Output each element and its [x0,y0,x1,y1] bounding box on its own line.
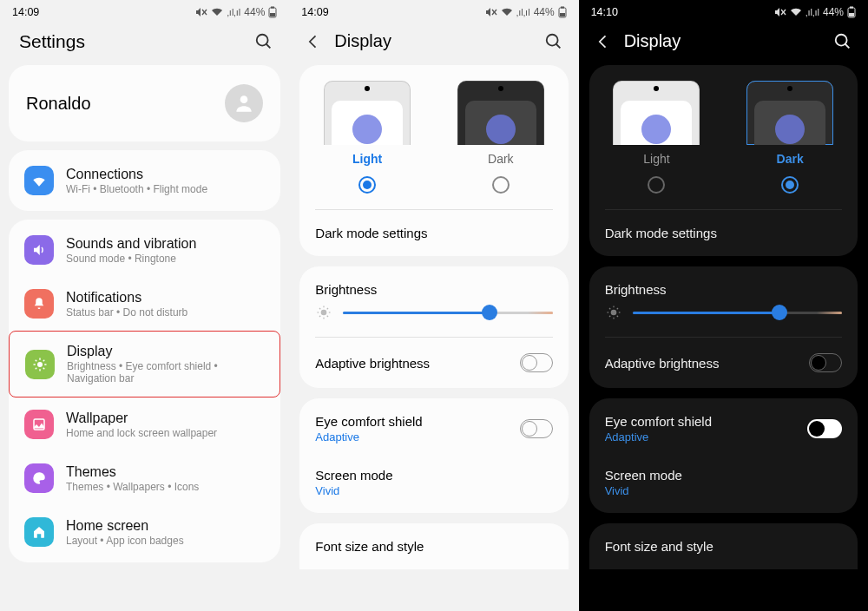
item-homescreen[interactable]: Home screenLayout • App icon badges [9,505,280,559]
settings-header: Settings [0,24,289,61]
svg-line-24 [556,43,560,48]
item-wallpaper[interactable]: WallpaperHome and lock screen wallpaper [9,397,280,451]
settings-group-1: ConnectionsWi-Fi • Bluetooth • Flight mo… [9,150,280,211]
radio-light[interactable] [358,176,376,194]
svg-rect-3 [271,7,274,9]
back-button[interactable] [595,33,612,50]
sun-icon [25,350,55,379]
home-icon [24,517,54,547]
theme-option-dark[interactable]: Dark [438,81,563,200]
item-themes[interactable]: ThemesThemes • Wallpapers • Icons [9,451,280,505]
profile-card[interactable]: Ronaldo [9,65,280,141]
wifi-icon [211,7,223,17]
screen-mode-row[interactable]: Screen mode Vivid [589,456,858,509]
svg-point-8 [37,362,43,367]
mute-icon [195,7,207,17]
theme-card: Light Dark Dark mode settings [299,65,568,256]
svg-rect-21 [561,7,564,9]
radio-light[interactable] [648,176,665,194]
svg-line-48 [609,316,610,317]
brightness-slider[interactable] [343,304,552,321]
eye-comfort-toggle[interactable] [520,419,553,438]
eye-comfort-row[interactable]: Eye comfort shield Adaptive [299,402,568,456]
dark-mode-settings-link[interactable]: Dark mode settings [299,214,568,253]
svg-line-47 [616,316,617,317]
status-time: 14:10 [591,6,618,18]
light-preview [324,81,411,145]
svg-line-13 [36,359,37,361]
svg-line-32 [319,316,320,317]
status-time: 14:09 [12,6,39,18]
svg-line-31 [327,316,328,317]
display-header: Display [579,24,868,60]
eye-comfort-row[interactable]: Eye comfort shield Adaptive [589,402,858,456]
comfort-card: Eye comfort shield Adaptive Screen mode … [299,398,568,513]
battery-pct: 44% [534,6,555,18]
item-display[interactable]: DisplayBrightness • Eye comfort shield •… [9,331,280,397]
dark-mode-settings-link[interactable]: Dark mode settings [589,214,858,253]
signal-icon: ‚ıl‚ıl [806,7,819,17]
theme-card: Light Dark Dark mode settings [589,65,858,256]
brightness-card: Brightness Adaptive brightness [299,266,568,388]
font-card: Font size and style [299,523,568,569]
eye-comfort-toggle[interactable] [807,419,842,438]
search-icon[interactable] [544,32,563,51]
battery-pct: 44% [244,6,265,18]
status-time: 14:09 [301,6,328,18]
svg-point-25 [321,310,327,316]
svg-point-5 [257,35,268,46]
svg-rect-37 [850,7,853,9]
svg-line-15 [36,367,37,369]
comfort-card: Eye comfort shield Adaptive Screen mode … [589,398,858,513]
brightness-slider[interactable] [633,304,842,321]
image-icon [24,410,54,439]
wifi-icon [501,7,513,17]
screen-mode-row[interactable]: Screen mode Vivid [299,456,568,509]
svg-line-40 [845,43,850,48]
svg-point-41 [610,310,616,316]
adaptive-brightness-row[interactable]: Adaptive brightness [589,341,858,384]
brightness-label: Brightness [299,270,568,300]
bell-icon [24,289,54,319]
font-row[interactable]: Font size and style [299,527,568,566]
theme-option-light[interactable]: Light [595,81,720,200]
item-notifications[interactable]: NotificationsStatus bar • Do not disturb [9,277,280,331]
mute-icon [774,7,786,17]
dark-preview [746,81,833,145]
font-row[interactable]: Font size and style [589,527,858,566]
battery-icon [847,6,856,18]
search-icon[interactable] [254,32,273,51]
adaptive-brightness-row[interactable]: Adaptive brightness [299,341,568,384]
svg-line-46 [609,308,610,309]
theme-option-dark[interactable]: Dark [727,81,852,200]
status-bar: 14:09 ‚ıl‚ıl 44% [289,0,578,24]
wifi-icon [24,166,54,195]
battery-icon [558,6,567,18]
theme-option-light[interactable]: Light [305,81,430,200]
adaptive-brightness-toggle[interactable] [809,353,842,372]
svg-line-30 [319,308,320,309]
item-sounds[interactable]: Sounds and vibrationSound mode • Rington… [9,223,280,277]
back-button[interactable] [305,33,322,50]
radio-dark[interactable] [781,176,799,194]
page-title: Settings [19,31,254,52]
svg-rect-4 [270,13,275,16]
status-bar: 14:09 ‚ıl‚ıl 44% [0,0,289,24]
status-bar: 14:10 ‚ıl‚ıl 44% [579,0,868,24]
page-title: Display [334,31,543,51]
svg-rect-22 [560,13,565,16]
svg-line-6 [266,44,271,49]
search-icon[interactable] [833,32,852,51]
light-preview [613,81,700,145]
signal-icon: ‚ıl‚ıl [516,7,530,17]
adaptive-brightness-toggle[interactable] [520,353,553,372]
brightness-icon [315,304,332,321]
avatar [225,84,263,122]
item-connections[interactable]: ConnectionsWi-Fi • Bluetooth • Flight mo… [9,154,280,207]
speaker-icon [24,235,54,265]
mute-icon [485,7,497,17]
wifi-icon [790,7,802,17]
svg-rect-38 [849,13,854,16]
radio-dark[interactable] [492,176,510,194]
svg-line-49 [616,308,617,309]
